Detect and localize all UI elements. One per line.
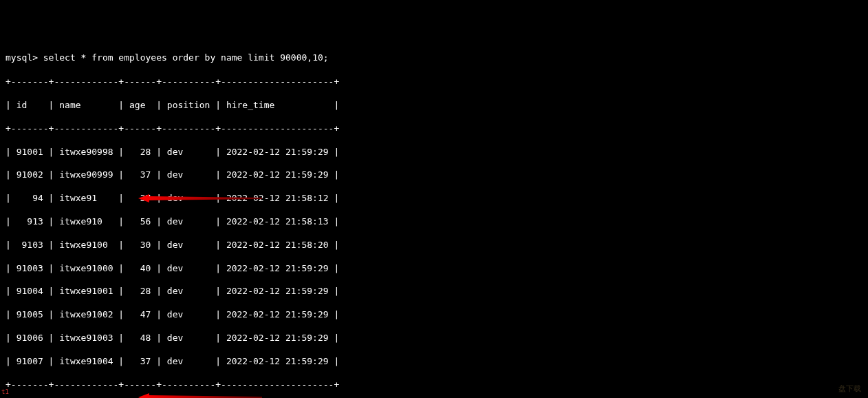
table-row: | 91002 | itwxe90999 | 37 | dev | 2022-0… bbox=[6, 169, 862, 181]
small-annotation: t1 bbox=[1, 388, 9, 397]
table-row: | 913 | itwxe910 | 56 | dev | 2022-02-12… bbox=[6, 216, 862, 228]
svg-marker-0 bbox=[138, 194, 262, 202]
svg-marker-1 bbox=[138, 393, 262, 398]
arrow-left-icon bbox=[138, 393, 262, 398]
table-row: | 91006 | itwxe91003 | 48 | dev | 2022-0… bbox=[6, 333, 862, 344]
arrow-annotation-1 bbox=[127, 182, 251, 191]
table-row: | 9103 | itwxe9100 | 30 | dev | 2022-02-… bbox=[6, 240, 862, 251]
mysql-prompt: mysql> bbox=[6, 52, 43, 63]
table-row: | 91005 | itwxe91002 | 47 | dev | 2022-0… bbox=[6, 309, 862, 321]
query1-border-mid: +-------+------------+------+----------+… bbox=[6, 123, 862, 135]
arrow-left-icon bbox=[138, 194, 262, 202]
table-row: | 91003 | itwxe91000 | 40 | dev | 2022-0… bbox=[6, 263, 862, 275]
query1-sql: select * from employees order by name li… bbox=[43, 52, 329, 63]
arrow-annotation-2 bbox=[127, 381, 251, 390]
query1-header: | id | name | age | position | hire_time… bbox=[6, 100, 862, 112]
table-row: | 91007 | itwxe91004 | 37 | dev | 2022-0… bbox=[6, 356, 862, 368]
table-row: | 91004 | itwxe91001 | 28 | dev | 2022-0… bbox=[6, 286, 862, 297]
table-row: | 91001 | itwxe90998 | 28 | dev | 2022-0… bbox=[6, 147, 862, 158]
query1-line: mysql> select * from employees order by … bbox=[6, 52, 862, 64]
watermark-text: 盘下载 bbox=[838, 384, 861, 394]
query1-border-top: +-------+------------+------+----------+… bbox=[6, 76, 862, 88]
